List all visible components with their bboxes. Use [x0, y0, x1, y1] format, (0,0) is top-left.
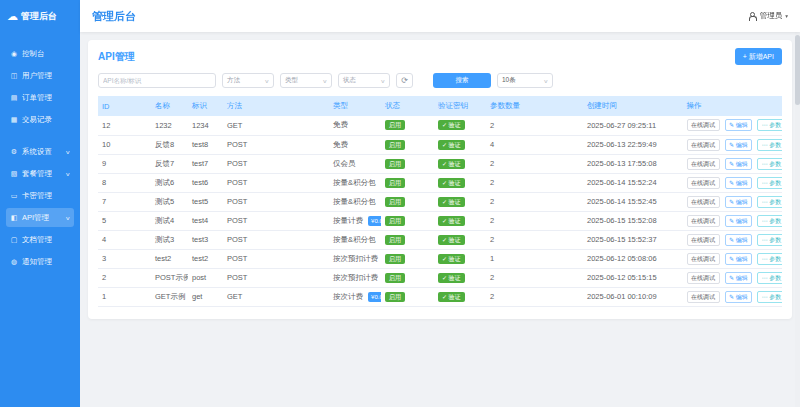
table-row: 7 测试5 test5 POST 按量&积分包 ¥0.002 启用	[98, 192, 782, 211]
sidebar-item[interactable]: ◍ 通知管理	[6, 252, 74, 271]
api-table: ID名称标识方法类型状态验证密钥参数数量创建时间操作 12 1232 1234 …	[98, 96, 782, 307]
status-badge: 启用	[385, 178, 405, 188]
cell-actions: 在线调试 ✎编辑 ⋯参数 ✗删除	[683, 287, 783, 306]
debug-button[interactable]: 在线调试	[687, 272, 720, 284]
sidebar-item[interactable]: ◉ 控制台	[6, 44, 74, 63]
card-icon: ▭	[10, 192, 18, 200]
cell-code: test7	[188, 154, 223, 173]
debug-button[interactable]: 在线调试	[687, 196, 720, 208]
user-menu[interactable]: 管理员 ▾	[748, 11, 788, 21]
debug-button[interactable]: 在线调试	[687, 234, 720, 246]
sidebar-item[interactable]: ▭ 卡密管理	[6, 186, 74, 205]
method-select[interactable]: 方法 ∨	[222, 73, 274, 88]
type-label: 按次预扣计费	[333, 273, 378, 282]
scrollbar[interactable]	[795, 32, 800, 407]
params-button[interactable]: ⋯参数	[757, 234, 782, 246]
debug-button[interactable]: 在线调试	[687, 177, 720, 189]
cell-method: POST	[223, 249, 329, 268]
cell-params: 2	[486, 268, 583, 287]
debug-button[interactable]: 在线调试	[687, 215, 720, 227]
table-row: 4 测试3 test3 POST 按量&积分包 ¥1.000 启用	[98, 230, 782, 249]
verify-badge: ✓验证	[438, 197, 465, 207]
sidebar-item[interactable]: ▧ 套餐管理 ∨	[6, 164, 74, 183]
sidebar-item-label: 用户管理	[22, 71, 52, 81]
debug-button[interactable]: 在线调试	[687, 291, 720, 303]
add-api-button[interactable]: + 新增API	[735, 48, 782, 65]
cell-created: 2025-06-27 09:25:11	[583, 116, 683, 135]
cell-name: 1232	[151, 116, 188, 135]
cell-verify: ✓验证	[434, 211, 486, 230]
edit-button[interactable]: ✎编辑	[725, 158, 753, 170]
edit-button[interactable]: ✎编辑	[725, 119, 753, 131]
edit-button[interactable]: ✎编辑	[725, 139, 753, 151]
debug-button[interactable]: 在线调试	[687, 253, 720, 265]
cell-type: 按量&积分包 ¥0.003	[329, 173, 381, 192]
cell-name: 反馈8	[151, 135, 188, 154]
params-button[interactable]: ⋯参数	[757, 158, 782, 170]
params-button-label: 参数	[769, 275, 781, 281]
params-button[interactable]: ⋯参数	[757, 139, 782, 151]
cell-type: 免费	[329, 116, 381, 135]
page-size-select[interactable]: 10条 ∨	[497, 73, 553, 88]
api-icon: ◧	[10, 214, 18, 222]
status-badge: 启用	[385, 235, 405, 245]
search-button[interactable]: 搜索	[433, 73, 491, 88]
pencil-icon: ✎	[729, 294, 734, 300]
status-select[interactable]: 状态 ∨	[338, 73, 390, 88]
params-button[interactable]: ⋯参数	[757, 119, 782, 131]
edit-button[interactable]: ✎编辑	[725, 177, 753, 189]
column-header: 类型	[329, 96, 381, 116]
edit-button-label: 编辑	[736, 256, 748, 262]
check-icon: ✓	[442, 237, 447, 243]
check-icon: ✓	[442, 256, 447, 262]
cell-code: post	[188, 268, 223, 287]
edit-button[interactable]: ✎编辑	[725, 291, 753, 303]
cell-method: GET	[223, 116, 329, 135]
table-row: 5 测试4 test4 POST 按量计费 ¥0.003 启用	[98, 211, 782, 230]
cell-name: 测试5	[151, 192, 188, 211]
params-button[interactable]: ⋯参数	[757, 177, 782, 189]
cell-created: 2025-06-14 15:52:24	[583, 173, 683, 192]
cell-name: test2	[151, 249, 188, 268]
cell-status: 启用	[381, 154, 434, 173]
cell-verify: ✓验证	[434, 249, 486, 268]
verify-badge: ✓验证	[438, 159, 465, 169]
cell-id: 7	[98, 192, 151, 211]
debug-button[interactable]: 在线调试	[687, 158, 720, 170]
sidebar-item[interactable]: ⚙ 系统设置 ∨	[6, 142, 74, 161]
ellipsis-icon: ⋯	[762, 237, 768, 243]
table-row: 2 POST示例 post POST 按次预扣计费 ¥0.001 启用	[98, 268, 782, 287]
scrollbar-thumb[interactable]	[795, 35, 800, 105]
params-button[interactable]: ⋯参数	[757, 253, 782, 265]
sidebar-item[interactable]: ▤ 订单管理	[6, 88, 74, 107]
edit-button[interactable]: ✎编辑	[725, 253, 753, 265]
params-button[interactable]: ⋯参数	[757, 272, 782, 284]
sidebar-item[interactable]: ◧ API管理 ∨	[6, 208, 74, 227]
sidebar-item[interactable]: ▦ 交易记录	[6, 110, 74, 129]
cell-method: GET	[223, 287, 329, 306]
debug-button-label: 在线调试	[691, 161, 715, 167]
edit-button[interactable]: ✎编辑	[725, 234, 753, 246]
pencil-icon: ✎	[729, 161, 734, 167]
type-select[interactable]: 类型 ∨	[280, 73, 332, 88]
search-input[interactable]	[98, 73, 216, 88]
params-button[interactable]: ⋯参数	[757, 196, 782, 208]
debug-button[interactable]: 在线调试	[687, 139, 720, 151]
sidebar-item[interactable]: ▢ 文档管理	[6, 230, 74, 249]
debug-button-label: 在线调试	[691, 180, 715, 186]
reset-button[interactable]: ⟳	[396, 73, 413, 88]
cell-params: 2	[486, 116, 583, 135]
status-badge: 启用	[385, 120, 405, 130]
edit-button[interactable]: ✎编辑	[725, 215, 753, 227]
sidebar-item-label: 通知管理	[22, 257, 52, 267]
params-button[interactable]: ⋯参数	[757, 291, 782, 303]
sidebar: ☁ 管理后台 ◉ 控制台 ◫ 用户管理 ▤ 订单管理	[0, 0, 80, 407]
cell-params: 1	[486, 249, 583, 268]
sidebar-item[interactable]: ◫ 用户管理	[6, 66, 74, 85]
edit-button[interactable]: ✎编辑	[725, 272, 753, 284]
table-header-row: ID名称标识方法类型状态验证密钥参数数量创建时间操作	[98, 96, 782, 116]
edit-button[interactable]: ✎编辑	[725, 196, 753, 208]
debug-button[interactable]: 在线调试	[687, 119, 720, 131]
cell-status: 启用	[381, 230, 434, 249]
params-button[interactable]: ⋯参数	[757, 215, 782, 227]
